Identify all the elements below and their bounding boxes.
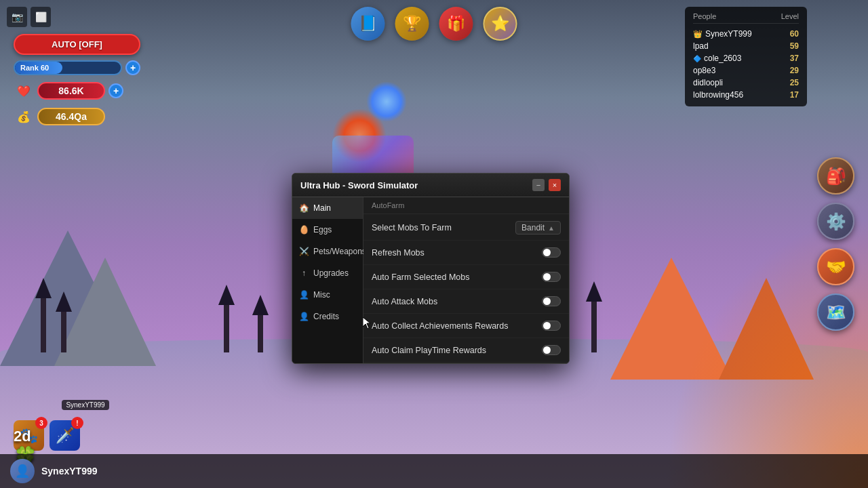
lb-row-6: lolbrowing456 17 [693,89,799,101]
tree [41,298,46,352]
credits-icon: 👤 [299,312,309,321]
sidebar-item-credits[interactable]: 👤 Credits [292,306,363,327]
leaderboard: People Level 👑 SynexYT999 60 lpad 59 🔷co… [685,7,807,106]
auto-collect-toggle[interactable] [542,321,561,331]
select-mobs-row[interactable]: Select Mobs To Farm Bandit ▲ [363,216,569,241]
toggle-knob [543,322,551,329]
lb-level-6: 17 [790,90,799,100]
sidebar-label-misc: Misc [313,290,330,300]
gift-icon[interactable]: 🎁 [439,7,473,41]
lb-name-4: op8e3 [693,66,715,75]
auto-button[interactable]: AUTO [OFF] [14,34,140,55]
lb-name-1: 👑 SynexYT999 [693,29,752,39]
lb-row-2: lpad 59 [693,40,799,52]
modal-body: 🏠 Main 🥚 Eggs ⚔️ Pets/Weapons ↑ Upgrades… [292,197,569,363]
pets-icon: ⚔️ [299,247,309,256]
lb-name-6: lolbrowing456 [693,90,743,100]
modal-sidebar: 🏠 Main 🥚 Eggs ⚔️ Pets/Weapons ↑ Upgrades… [292,197,363,363]
auto-farm-label: Auto Farm Selected Mobs [372,272,470,282]
lb-row-3: 🔷cole_2603 37 [693,52,799,64]
lb-level-4: 29 [790,66,799,75]
user-avatar: 👤 [10,459,35,483]
select-mobs-dropdown[interactable]: Bandit ▲ [515,221,561,235]
refresh-mobs-row[interactable]: Refresh Mobs [363,241,569,265]
health-plus-button[interactable]: + [108,83,123,98]
select-mobs-value: Bandit [521,223,545,232]
star-icon[interactable]: ⭐ [484,7,517,41]
sidebar-label-eggs: Eggs [313,225,332,235]
auto-claim-playtime-row[interactable]: Auto Claim PlayTime Rewards [363,338,569,363]
auto-attack-toggle[interactable] [542,296,561,306]
health-value: 86.6K [37,82,105,100]
lb-people-header: People [693,12,716,20]
crown-icon: 👑 [693,30,703,39]
ultra-hub-modal[interactable]: Ultra Hub - Sword Simulator − × 🏠 Main 🥚… [292,173,570,364]
modal-titlebar: Ultra Hub - Sword Simulator − × [292,174,569,197]
map-icon[interactable]: 🗺️ [817,293,854,331]
refresh-mobs-toggle[interactable] [542,247,561,258]
upgrades-icon: ↑ [299,268,309,278]
screenshot-icon[interactable]: 📷 [7,7,27,27]
sidebar-item-upgrades[interactable]: ↑ Upgrades [292,262,363,284]
username-label: SynexYT999 [41,466,98,476]
rank-bar: Rank 60 [14,60,122,75]
trophy-icon[interactable]: 🏆 [395,7,429,41]
lb-name-2: lpad [693,41,709,51]
tree [61,312,66,352]
section-label-autofarm: AutoFarm [363,197,569,212]
lb-name-5: didloopli [693,78,723,87]
left-hud: AUTO [OFF] Rank 60 + ❤️ 86.6K + 💰 46.4Qa [14,34,140,127]
sidebar-label-main: Main [313,203,331,213]
modal-minimize-button[interactable]: − [532,179,545,191]
rank-bar-container: Rank 60 + [14,60,140,75]
eggs-icon: 🥚 [299,225,309,235]
modal-controls: − × [532,179,561,191]
modal-title: Ultra Hub - Sword Simulator [300,180,418,190]
auto-collect-achievements-row[interactable]: Auto Collect Achievements Rewards [363,314,569,338]
lb-level-header: Level [781,12,799,20]
modal-close-button[interactable]: × [549,179,561,191]
lb-row-5: didloopli 25 [693,77,799,89]
settings-small-icon[interactable]: ⬜ [31,7,51,27]
home-icon: 🏠 [299,203,309,213]
gold-value: 46.4Qa [37,108,105,125]
lb-level-2: 59 [790,41,799,51]
sidebar-item-pets-weapons[interactable]: ⚔️ Pets/Weapons [292,241,363,262]
auto-farm-toggle[interactable] [542,272,561,282]
lb-row-4: op8e3 29 [693,64,799,77]
tree [258,315,263,352]
lb-name-3: 🔷cole_2603 [693,54,741,63]
top-icons-bar: 📘 🏆 🎁 ⭐ [351,7,517,41]
friend-icon[interactable]: 🤝 [817,248,854,285]
day-counter: 2d [14,428,37,445]
refresh-mobs-label: Refresh Mobs [372,248,425,258]
bag-icon[interactable]: 🎒 [817,157,854,195]
pet-icon-knight[interactable]: 🗡️ ! [50,420,80,451]
select-mobs-label: Select Mobs To Farm [372,223,452,232]
toggle-knob [543,273,551,281]
auto-claim-playtime-toggle[interactable] [542,345,561,355]
misc-icon: 👤 [299,290,309,300]
toggle-knob [543,298,551,305]
gear-icon[interactable]: ⚙️ [817,203,854,240]
lb-row-1: 👑 SynexYT999 60 [693,28,799,40]
sidebar-item-main[interactable]: 🏠 Main [292,197,363,219]
sidebar-label-credits: Credits [313,312,339,321]
auto-attack-row[interactable]: Auto Attack Mobs [363,289,569,314]
rank-label: Rank 60 [20,64,49,72]
book-icon[interactable]: 📘 [351,7,385,41]
tree [224,305,229,352]
top-left-icons: 📷 ⬜ [7,7,51,27]
lb-level-1: 60 [790,29,799,39]
auto-farm-row[interactable]: Auto Farm Selected Mobs [363,265,569,289]
auto-attack-label: Auto Attack Mobs [372,297,437,306]
auto-collect-achievements-label: Auto Collect Achievements Rewards [372,321,508,331]
sidebar-item-eggs[interactable]: 🥚 Eggs [292,219,363,241]
sidebar-item-misc[interactable]: 👤 Misc [292,284,363,306]
tree [591,302,597,352]
rank-plus-button[interactable]: + [125,60,140,75]
right-hud: 🎒 ⚙️ 🤝 🗺️ [817,157,854,331]
divider-1 [363,214,569,214]
pet-badge-2: ! [71,417,83,429]
modal-main-content: AutoFarm Select Mobs To Farm Bandit ▲ Re… [363,197,569,363]
